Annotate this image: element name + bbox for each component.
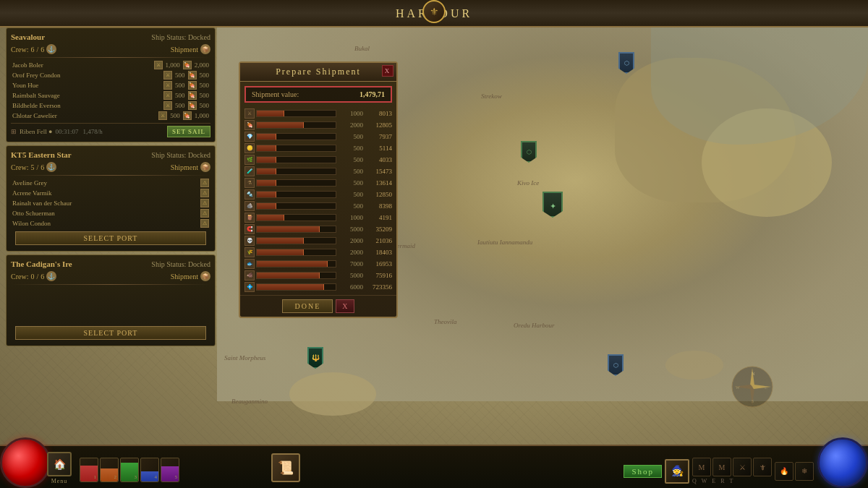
item-value-3: 5114	[365, 145, 392, 152]
select-port-button-cadigans[interactable]: SELECT PORT	[15, 326, 206, 340]
prepare-shipment-dialog: Prepare Shipment X Shipment value: 1,479…	[239, 61, 398, 318]
shipment-items-list: ⚔ 1000 8013 🍖 2000 12805 💎 500 7937 🪙	[240, 107, 396, 295]
crew-count-eastern-star: 5	[30, 163, 34, 171]
svg-text:E: E	[765, 385, 767, 390]
bottom-right-controls: Shop 🧙 M M ⚔ 🗡 Q W E R T �	[624, 458, 814, 484]
item-qty-1: 2000	[338, 121, 363, 129]
shipment-item-0[interactable]: ⚔ 1000 8013	[244, 108, 392, 119]
item-bar-15	[256, 283, 336, 291]
shipment-item-8[interactable]: 🪨 500 8398	[244, 201, 392, 211]
shipment-value-box: Shipment value: 1,479,71	[244, 86, 392, 103]
item-bar-4	[256, 156, 336, 163]
shipment-item-3[interactable]: 🪙 500 5114	[244, 143, 392, 153]
item-value-11: 21036	[365, 237, 392, 244]
action-slot-1[interactable]: M	[692, 458, 711, 476]
consumable-1[interactable]: 1	[80, 458, 98, 482]
item-qty-12: 2000	[338, 249, 363, 256]
cancel-button[interactable]: X	[336, 299, 354, 313]
ship-status-seavalour: Ship Status: Docked	[151, 33, 210, 41]
shipment-item-4[interactable]: 🌿 500 4033	[244, 155, 392, 165]
item-bar-0	[256, 110, 336, 117]
shipment-icon-seavalour: 📦	[200, 44, 210, 54]
item-value-10: 35209	[365, 226, 392, 233]
item-value-1: 12805	[365, 121, 392, 129]
item-icon-14: 🐗	[244, 270, 255, 281]
shipment-value-number: 1,479,71	[359, 90, 385, 98]
journal-button[interactable]: 📜	[271, 453, 300, 482]
dialog-footer: DONE X	[240, 295, 396, 317]
item-bar-14	[256, 272, 336, 279]
item-bar-9	[256, 214, 336, 221]
crew-row-5: Bildhelde Everson ⚔ 500 🍖 500	[11, 100, 210, 111]
item-value-9: 4191	[365, 214, 392, 221]
item-bar-3	[256, 145, 336, 152]
mana-orb	[817, 437, 868, 488]
action-slot-2[interactable]: M	[712, 458, 731, 476]
item-icon-13: 🐟	[244, 259, 255, 269]
east-crew-1: Aveline Grey ⚠	[11, 178, 210, 188]
shipment-item-7[interactable]: 🔩 500 12850	[244, 189, 392, 200]
map-marker-1[interactable]: ⬡	[618, 52, 634, 74]
done-button[interactable]: DONE	[282, 299, 333, 313]
crew-label: Crew:	[11, 46, 28, 53]
map-label-beauganmino: Beauganmino	[231, 398, 268, 405]
select-port-button-eastern-star[interactable]: SELECT PORT	[15, 231, 206, 245]
map-label-bukal: Bukal	[354, 45, 370, 52]
ship-panel-eastern-star: KT5 Eastern Star Ship Status: Docked Cre…	[6, 145, 216, 252]
shipment-item-13[interactable]: 🐟 7000 16953	[244, 259, 392, 269]
svg-text:S: S	[752, 399, 754, 403]
item-qty-4: 500	[338, 156, 363, 163]
item-qty-10: 5000	[338, 226, 363, 233]
item-bar-10	[256, 226, 336, 233]
crew-count-cadigans: 0	[30, 273, 34, 281]
shipment-item-11[interactable]: 💀 2000 21036	[244, 236, 392, 246]
map-marker-4[interactable]: 🔱	[307, 347, 323, 369]
action-slot-3[interactable]: ⚔	[733, 458, 752, 476]
crew-icon-cadigans: ⚓	[46, 271, 56, 281]
menu-icon-button[interactable]: 🏠	[47, 452, 72, 476]
crew-icon-seavalour: ⚓	[46, 44, 56, 54]
item-value-4: 4033	[365, 156, 392, 163]
item-value-7: 12850	[365, 191, 392, 198]
item-bar-13	[256, 260, 336, 267]
shipment-item-15[interactable]: 💠 6000 723356	[244, 282, 392, 292]
item-icon-0: ⚔	[244, 108, 255, 119]
map-label-central: Iautiutu Iannamandu	[477, 239, 532, 246]
shipment-value-label: Shipment value:	[252, 90, 299, 98]
map-marker-2[interactable]: ⬡	[521, 141, 537, 163]
action-slot-4[interactable]: 🗡	[753, 458, 772, 476]
map-marker-5[interactable]: ⬡	[608, 354, 624, 376]
shipment-item-14[interactable]: 🐗 5000 75916	[244, 270, 392, 281]
crew-icon-eastern-star: ⚓	[46, 162, 56, 172]
item-bar-11	[256, 237, 336, 244]
shipment-item-9[interactable]: 🪵 1000 4191	[244, 213, 392, 223]
set-sail-button[interactable]: SET SAIL	[167, 126, 210, 137]
shipment-item-12[interactable]: 🌾 2000 18403	[244, 247, 392, 257]
shipment-item-10[interactable]: 🧲 5000 35209	[244, 224, 392, 234]
skill-slot-2[interactable]: ❄	[795, 462, 814, 481]
shipment-item-6[interactable]: ⚗ 500 13614	[244, 178, 392, 188]
shop-button[interactable]: Shop	[624, 465, 662, 478]
crew-row-6: Chlotar Cawelier ⚔ 500 🍖 1,000	[11, 111, 210, 121]
character-portrait-1[interactable]: 🧙	[665, 459, 689, 484]
map-marker-3[interactable]: ✦	[542, 192, 563, 218]
item-bar-1	[256, 121, 336, 129]
east-crew-3: Rainalt van der Schaur ⚠	[11, 198, 210, 208]
consumable-5[interactable]: 5	[161, 458, 179, 482]
item-qty-13: 7000	[338, 260, 363, 267]
consumable-4[interactable]: 4	[140, 458, 159, 482]
consumable-3[interactable]: 3	[120, 458, 139, 482]
item-icon-3: 🪙	[244, 143, 255, 153]
item-icon-10: 🧲	[244, 224, 255, 234]
ship-status-eastern-star: Ship Status: Docked	[151, 151, 210, 159]
skill-slot-1[interactable]: 🔥	[775, 462, 793, 481]
shipment-item-1[interactable]: 🍖 2000 12805	[244, 120, 392, 130]
item-qty-3: 500	[338, 145, 363, 152]
dialog-close-button[interactable]: X	[382, 65, 393, 77]
consumable-2[interactable]: 2	[100, 458, 119, 482]
crew-row-3: Youn Hue ⚔ 500 🍖 500	[11, 80, 210, 90]
shipment-item-5[interactable]: 🧪 500 15473	[244, 166, 392, 176]
shipment-item-2[interactable]: 💎 500 7937	[244, 132, 392, 142]
crew-row-2: Orof Frey Condon ⚔ 500 🍖 500	[11, 70, 210, 80]
health-orb	[0, 437, 51, 488]
